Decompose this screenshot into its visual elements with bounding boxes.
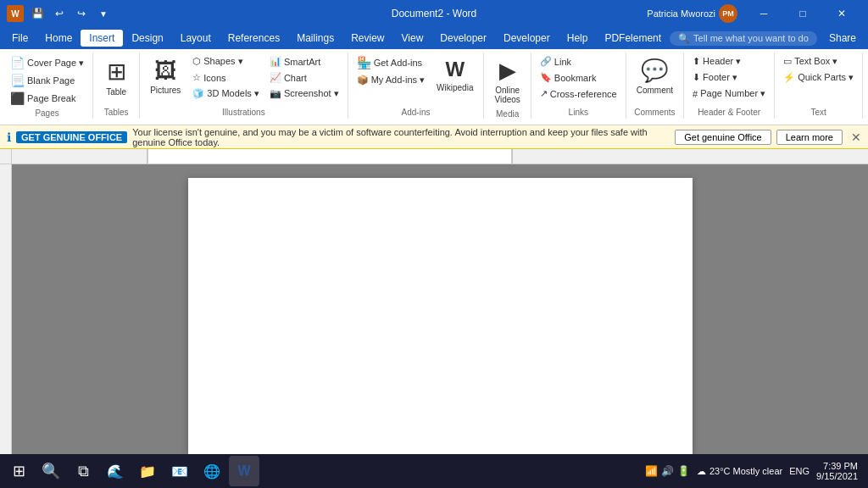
menu-pdfelement[interactable]: PDFelement [596,30,670,47]
document-page[interactable] [188,178,693,454]
menu-design[interactable]: Design [123,30,171,47]
word-taskbar-btn[interactable]: W [229,456,259,486]
bookmark-icon: 🔖 [540,72,552,83]
weather-temp: 23°C Mostly clear [709,466,782,476]
ribbon-group-comments: 💬 Comment Comments [628,53,684,119]
page-break-icon: ⬛ [10,92,25,105]
menu-help[interactable]: Help [559,30,597,47]
quick-parts-btn[interactable]: ⚡ Quick Parts ▾ [780,70,857,85]
table-btn[interactable]: ⊞ Table [98,54,134,100]
notification-message: Your license isn't genuine, and you may … [132,127,670,147]
learn-more-btn[interactable]: Learn more [776,130,843,145]
ribbon-group-pages: 📄 Cover Page ▾ 📃 Blank Page ⬛ Page Break… [3,53,93,119]
ribbon-group-tables: ⊞ Table Tables [95,53,140,119]
mail-btn[interactable]: 📧 [164,456,195,486]
screenshot-icon: 📷 [270,88,281,99]
search-bar[interactable]: 🔍 Tell me what you want to do [670,31,817,46]
menu-home[interactable]: Home [36,30,81,47]
cover-page-icon: 📄 [10,56,25,69]
search-taskbar-btn[interactable]: 🔍 [36,456,66,486]
redo-btn[interactable]: ↪ [71,3,92,24]
user-info: Patricia Mworozi PM [647,4,737,23]
get-addins-btn[interactable]: 🏪 Get Add-ins [353,54,428,71]
page-number-btn[interactable]: # Page Number ▾ [689,86,769,101]
ribbon-group-text: ▭ Text Box ▾ ⚡ Quick Parts ▾ Text [776,53,863,119]
bookmark-btn[interactable]: 🔖 Bookmark [537,70,620,85]
illustrations-group-label: Illustrations [222,106,265,117]
3d-models-btn[interactable]: 🧊 3D Models ▾ [189,86,263,101]
menu-references[interactable]: References [220,30,288,47]
footer-icon: ⬇ [693,72,700,83]
search-placeholder: Tell me what you want to do [693,33,809,43]
menu-developer[interactable]: Developer [431,30,495,47]
ribbon: 📄 Cover Page ▾ 📃 Blank Page ⬛ Page Break… [0,49,868,125]
icons-icon: ☆ [192,72,201,83]
weather-widget: ☁ 23°C Mostly clear [697,466,782,477]
screenshot-btn[interactable]: 📷 Screenshot ▾ [266,86,342,101]
share-button[interactable]: Share [821,30,865,46]
svg-rect-1 [147,149,512,164]
customize-btn[interactable]: ▼ [93,3,114,24]
text-box-btn[interactable]: ▭ Text Box ▾ [780,54,857,69]
notification-icon: ℹ [7,130,11,144]
my-addins-icon: 📦 [357,75,369,86]
notification-close-btn[interactable]: ✕ [851,130,861,144]
start-button[interactable]: ⊞ [3,456,34,486]
page-number-icon: # [693,89,698,99]
minimize-btn[interactable]: ─ [744,0,783,27]
icons-btn[interactable]: ☆ Icons [189,70,263,85]
maximize-btn[interactable]: □ [783,0,822,27]
ribbon-group-addins: 🏪 Get Add-ins 📦 My Add-ins ▾ W Wikipedia… [350,53,485,119]
addins-group-content: 🏪 Get Add-ins 📦 My Add-ins ▾ W Wikipedia [353,54,479,106]
close-btn[interactable]: ✕ [822,0,861,27]
cover-page-btn[interactable]: 📄 Cover Page ▾ [7,54,87,71]
shapes-btn[interactable]: ⬡ Shapes ▾ [189,54,263,69]
pictures-btn[interactable]: 🖼 Pictures [145,54,186,98]
undo-btn[interactable]: ↩ [49,3,70,24]
vertical-ruler [0,164,12,468]
menu-insert[interactable]: Insert [81,30,123,47]
document-title: Document2 - Word [392,8,476,19]
blank-page-btn[interactable]: 📃 Blank Page [7,72,87,89]
weather-icon: ☁ [697,466,706,477]
wikipedia-btn[interactable]: W Wikipedia [431,54,478,96]
get-genuine-office-btn[interactable]: Get genuine Office [675,130,771,145]
ribbon-group-header-footer: ⬆ Header ▾ ⬇ Footer ▾ # Page Number ▾ He… [686,53,775,119]
title-bar: W 💾 ↩ ↪ ▼ Document2 - Word Patricia Mwor… [0,0,868,27]
save-quick-btn[interactable]: 💾 [27,3,47,24]
battery-icon: 🔋 [677,465,690,477]
header-btn[interactable]: ⬆ Header ▾ [689,54,769,69]
online-videos-btn[interactable]: ▶ OnlineVideos [489,54,525,108]
document-area[interactable] [12,164,868,468]
ribbon-group-media: ▶ OnlineVideos Media [486,53,531,119]
clock: 7:39 PM 9/15/2021 [816,461,858,481]
cross-reference-btn[interactable]: ↗ Cross-reference [537,86,620,101]
link-btn[interactable]: 🔗 Link [537,54,620,69]
task-view-btn[interactable]: ⧉ [68,456,98,486]
menu-review[interactable]: Review [342,30,392,47]
menu-layout[interactable]: Layout [172,30,220,47]
footer-btn[interactable]: ⬇ Footer ▾ [689,70,769,85]
my-addins-btn[interactable]: 📦 My Add-ins ▾ [353,73,428,87]
menu-developer2[interactable]: Developer [495,30,559,47]
page-break-btn[interactable]: ⬛ Page Break [7,90,87,107]
comment-btn[interactable]: 💬 Comment [632,54,678,98]
edge-btn[interactable]: 🌊 [100,456,131,486]
header-icon: ⬆ [693,56,700,67]
quick-parts-icon: ⚡ [783,72,795,83]
notification-label: GET GENUINE OFFICE [16,131,127,143]
language-badge: ENG [789,466,810,476]
smartart-btn[interactable]: 📊 SmartArt [266,54,342,69]
media-group-label: Media [496,108,519,119]
chart-btn[interactable]: 📈 Chart [266,70,342,85]
menu-mailings[interactable]: Mailings [288,30,342,47]
store-icon: 🏪 [357,56,371,69]
menu-file[interactable]: File [3,30,36,47]
volume-icon: 🔊 [661,465,674,477]
network-icon: 📶 [645,465,658,477]
browser-btn[interactable]: 🌐 [197,456,227,486]
file-explorer-btn[interactable]: 📁 [132,456,163,486]
3d-models-icon: 🧊 [192,88,204,99]
menu-view[interactable]: View [393,30,432,47]
ribbon-group-links: 🔗 Link 🔖 Bookmark ↗ Cross-reference Link… [533,53,626,119]
